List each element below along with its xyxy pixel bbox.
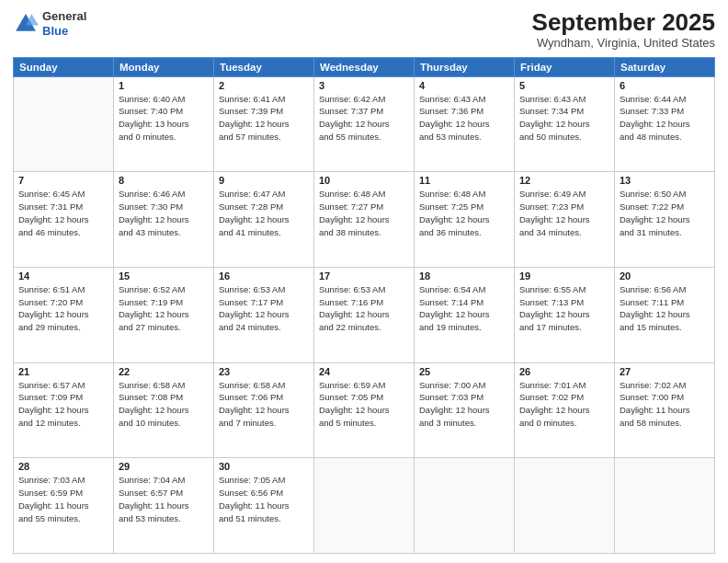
day-info: Sunrise: 7:01 AM Sunset: 7:02 PM Dayligh… xyxy=(519,379,609,430)
calendar-cell: 10Sunrise: 6:48 AM Sunset: 7:27 PM Dayli… xyxy=(314,172,415,268)
weekday-header: Thursday xyxy=(415,57,515,76)
weekday-header: Saturday xyxy=(615,57,715,76)
calendar-cell: 25Sunrise: 7:00 AM Sunset: 7:03 PM Dayli… xyxy=(415,362,515,458)
calendar-cell: 30Sunrise: 7:05 AM Sunset: 6:56 PM Dayli… xyxy=(214,458,314,554)
day-info: Sunrise: 7:03 AM Sunset: 6:59 PM Dayligh… xyxy=(18,474,108,524)
month-year: September 2025 xyxy=(532,9,715,36)
calendar-cell: 15Sunrise: 6:52 AM Sunset: 7:19 PM Dayli… xyxy=(114,267,214,362)
calendar-cell xyxy=(515,458,615,554)
day-info: Sunrise: 6:44 AM Sunset: 7:33 PM Dayligh… xyxy=(620,93,710,144)
calendar-cell: 23Sunrise: 6:58 AM Sunset: 7:06 PM Dayli… xyxy=(214,362,314,458)
calendar-table: SundayMondayTuesdayWednesdayThursdayFrid… xyxy=(13,57,715,554)
calendar-cell: 27Sunrise: 7:02 AM Sunset: 7:00 PM Dayli… xyxy=(615,362,715,458)
day-number: 14 xyxy=(18,270,108,282)
day-number: 22 xyxy=(119,366,209,377)
calendar-cell xyxy=(314,458,415,554)
page: General Blue September 2025 Wyndham, Vir… xyxy=(0,0,728,563)
day-info: Sunrise: 6:47 AM Sunset: 7:28 PM Dayligh… xyxy=(219,188,309,238)
day-number: 13 xyxy=(620,175,710,186)
day-info: Sunrise: 6:53 AM Sunset: 7:16 PM Dayligh… xyxy=(319,283,409,334)
calendar-week-row: 14Sunrise: 6:51 AM Sunset: 7:20 PM Dayli… xyxy=(14,267,715,362)
calendar-cell xyxy=(615,458,715,554)
calendar-cell: 28Sunrise: 7:03 AM Sunset: 6:59 PM Dayli… xyxy=(14,458,114,554)
calendar-week-row: 1Sunrise: 6:40 AM Sunset: 7:40 PM Daylig… xyxy=(14,76,715,172)
weekday-header: Tuesday xyxy=(214,57,314,76)
day-number: 23 xyxy=(219,366,309,377)
calendar-cell: 9Sunrise: 6:47 AM Sunset: 7:28 PM Daylig… xyxy=(214,172,314,268)
day-number: 26 xyxy=(519,366,609,377)
day-number: 29 xyxy=(119,461,209,472)
day-number: 7 xyxy=(18,175,108,186)
calendar-cell: 20Sunrise: 6:56 AM Sunset: 7:11 PM Dayli… xyxy=(615,267,715,362)
calendar-cell: 21Sunrise: 6:57 AM Sunset: 7:09 PM Dayli… xyxy=(14,362,114,458)
day-number: 8 xyxy=(119,175,209,186)
calendar-cell xyxy=(415,458,515,554)
calendar-cell: 8Sunrise: 6:46 AM Sunset: 7:30 PM Daylig… xyxy=(114,172,214,268)
day-info: Sunrise: 6:52 AM Sunset: 7:19 PM Dayligh… xyxy=(119,283,209,334)
calendar-cell: 22Sunrise: 6:58 AM Sunset: 7:08 PM Dayli… xyxy=(114,362,214,458)
day-info: Sunrise: 7:05 AM Sunset: 6:56 PM Dayligh… xyxy=(219,474,309,524)
day-number: 12 xyxy=(519,175,609,186)
title-block: September 2025 Wyndham, Virginia, United… xyxy=(532,9,715,50)
day-number: 25 xyxy=(419,366,509,377)
day-info: Sunrise: 7:00 AM Sunset: 7:03 PM Dayligh… xyxy=(419,379,509,430)
calendar-cell: 6Sunrise: 6:44 AM Sunset: 7:33 PM Daylig… xyxy=(615,76,715,172)
calendar-cell: 1Sunrise: 6:40 AM Sunset: 7:40 PM Daylig… xyxy=(114,76,214,172)
calendar-cell: 7Sunrise: 6:45 AM Sunset: 7:31 PM Daylig… xyxy=(14,172,114,268)
calendar-header-row: SundayMondayTuesdayWednesdayThursdayFrid… xyxy=(14,57,715,76)
day-info: Sunrise: 6:42 AM Sunset: 7:37 PM Dayligh… xyxy=(319,93,409,144)
day-info: Sunrise: 6:54 AM Sunset: 7:14 PM Dayligh… xyxy=(419,283,509,334)
calendar-cell: 16Sunrise: 6:53 AM Sunset: 7:17 PM Dayli… xyxy=(214,267,314,362)
weekday-header: Friday xyxy=(515,57,615,76)
calendar-cell: 24Sunrise: 6:59 AM Sunset: 7:05 PM Dayli… xyxy=(314,362,415,458)
calendar-cell: 14Sunrise: 6:51 AM Sunset: 7:20 PM Dayli… xyxy=(14,267,114,362)
weekday-header: Sunday xyxy=(14,57,114,76)
day-info: Sunrise: 6:58 AM Sunset: 7:08 PM Dayligh… xyxy=(119,379,209,430)
calendar-cell: 19Sunrise: 6:55 AM Sunset: 7:13 PM Dayli… xyxy=(515,267,615,362)
day-number: 10 xyxy=(319,175,409,186)
weekday-header: Monday xyxy=(114,57,214,76)
day-info: Sunrise: 6:48 AM Sunset: 7:27 PM Dayligh… xyxy=(319,188,409,238)
day-number: 1 xyxy=(119,80,209,91)
day-number: 28 xyxy=(18,461,108,472)
day-number: 20 xyxy=(620,270,710,282)
day-number: 5 xyxy=(519,80,609,91)
day-info: Sunrise: 7:02 AM Sunset: 7:00 PM Dayligh… xyxy=(620,379,710,430)
day-number: 11 xyxy=(419,175,509,186)
day-number: 18 xyxy=(419,270,509,282)
day-number: 2 xyxy=(219,80,309,91)
logo: General Blue xyxy=(13,9,86,38)
day-info: Sunrise: 6:55 AM Sunset: 7:13 PM Dayligh… xyxy=(519,283,609,334)
day-info: Sunrise: 6:57 AM Sunset: 7:09 PM Dayligh… xyxy=(18,379,108,430)
calendar-cell: 29Sunrise: 7:04 AM Sunset: 6:57 PM Dayli… xyxy=(114,458,214,554)
day-number: 3 xyxy=(319,80,409,91)
day-info: Sunrise: 6:43 AM Sunset: 7:36 PM Dayligh… xyxy=(419,93,509,144)
calendar-cell: 18Sunrise: 6:54 AM Sunset: 7:14 PM Dayli… xyxy=(415,267,515,362)
logo-general: General xyxy=(42,9,86,24)
calendar-week-row: 28Sunrise: 7:03 AM Sunset: 6:59 PM Dayli… xyxy=(14,458,715,554)
calendar-cell: 4Sunrise: 6:43 AM Sunset: 7:36 PM Daylig… xyxy=(415,76,515,172)
weekday-header: Wednesday xyxy=(314,57,415,76)
day-info: Sunrise: 6:59 AM Sunset: 7:05 PM Dayligh… xyxy=(319,379,409,430)
calendar-cell: 17Sunrise: 6:53 AM Sunset: 7:16 PM Dayli… xyxy=(314,267,415,362)
day-number: 24 xyxy=(319,366,409,377)
day-info: Sunrise: 7:04 AM Sunset: 6:57 PM Dayligh… xyxy=(119,474,209,524)
header: General Blue September 2025 Wyndham, Vir… xyxy=(13,9,715,50)
day-info: Sunrise: 6:50 AM Sunset: 7:22 PM Dayligh… xyxy=(620,188,710,238)
day-info: Sunrise: 6:45 AM Sunset: 7:31 PM Dayligh… xyxy=(18,188,108,238)
calendar-cell: 2Sunrise: 6:41 AM Sunset: 7:39 PM Daylig… xyxy=(214,76,314,172)
day-number: 21 xyxy=(18,366,108,377)
day-number: 16 xyxy=(219,270,309,282)
calendar-week-row: 21Sunrise: 6:57 AM Sunset: 7:09 PM Dayli… xyxy=(14,362,715,458)
calendar-cell: 11Sunrise: 6:48 AM Sunset: 7:25 PM Dayli… xyxy=(415,172,515,268)
calendar-week-row: 7Sunrise: 6:45 AM Sunset: 7:31 PM Daylig… xyxy=(14,172,715,268)
day-info: Sunrise: 6:49 AM Sunset: 7:23 PM Dayligh… xyxy=(519,188,609,238)
day-info: Sunrise: 6:53 AM Sunset: 7:17 PM Dayligh… xyxy=(219,283,309,334)
day-info: Sunrise: 6:43 AM Sunset: 7:34 PM Dayligh… xyxy=(519,93,609,144)
day-number: 15 xyxy=(119,270,209,282)
calendar-cell xyxy=(14,76,114,172)
day-number: 4 xyxy=(419,80,509,91)
day-number: 30 xyxy=(219,461,309,472)
day-number: 9 xyxy=(219,175,309,186)
logo-text: General Blue xyxy=(42,9,86,38)
